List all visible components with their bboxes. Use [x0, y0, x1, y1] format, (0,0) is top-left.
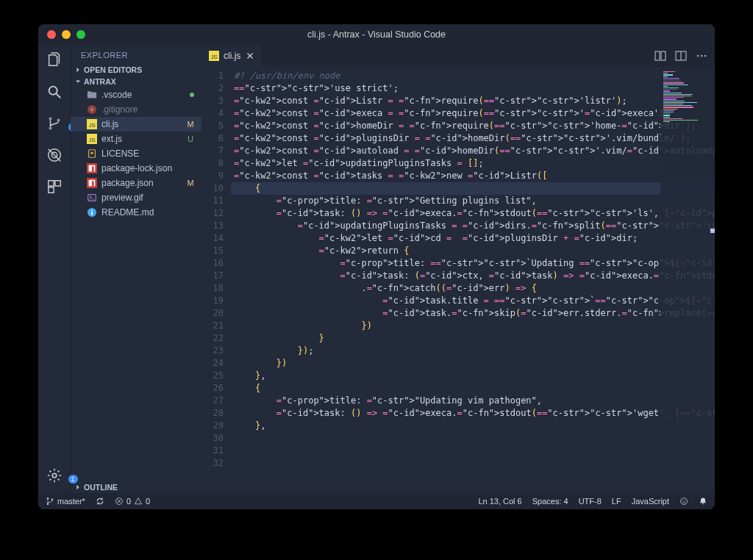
activity-settings[interactable]: 1: [46, 467, 63, 486]
file-label: .gitignore: [101, 104, 181, 115]
status-sync[interactable]: [96, 497, 104, 506]
section-label: OPEN EDITORS: [84, 65, 142, 74]
svg-rect-26: [92, 181, 94, 186]
file--gitignore[interactable]: .gitignore: [71, 102, 201, 117]
file-label: LICENSE: [101, 148, 181, 159]
file-status: M: [185, 179, 196, 187]
git-icon: [87, 104, 97, 115]
files-icon: [46, 52, 63, 68]
status-problems[interactable]: 0 0: [115, 497, 150, 506]
file-ext-js[interactable]: JSext.jsU: [71, 132, 201, 146]
sync-icon: [96, 497, 104, 506]
svg-point-4: [57, 118, 60, 121]
settings-badge: 1: [68, 475, 78, 484]
file-README-md[interactable]: README.md: [71, 205, 201, 220]
status-cursor[interactable]: Ln 13, Col 6: [478, 497, 521, 506]
file-cli-js[interactable]: JScli.jsM: [71, 117, 201, 132]
file-label: README.md: [101, 207, 181, 218]
activity-search[interactable]: [46, 84, 63, 102]
activity-debug[interactable]: [46, 147, 63, 165]
cert-icon: [87, 148, 97, 159]
file-label: preview.gif: [101, 193, 181, 203]
sidebar-title: EXPLORER: [71, 45, 201, 64]
section-label: OUTLINE: [84, 483, 118, 492]
tab-label: cli.js: [224, 51, 240, 61]
line-gutter: 1234567891011121314151617181920212223242…: [201, 67, 231, 493]
smiley-icon: [679, 497, 688, 506]
status-feedback[interactable]: [679, 497, 688, 506]
svg-rect-30: [91, 212, 93, 215]
error-icon: [115, 497, 124, 506]
search-icon: [46, 84, 63, 100]
folder-icon: [87, 90, 97, 100]
file-LICENSE[interactable]: LICENSE: [71, 146, 201, 161]
split-editor-icon[interactable]: [675, 50, 687, 62]
file-label: ext.js: [101, 134, 181, 144]
svg-rect-9: [54, 181, 60, 186]
svg-point-39: [701, 55, 703, 57]
svg-rect-34: [655, 51, 660, 60]
file-tree: .vscode.gitignoreJScli.jsMJSext.jsULICEN…: [71, 87, 201, 220]
svg-point-38: [697, 55, 699, 57]
editor[interactable]: 1234567891011121314151617181920212223242…: [201, 67, 715, 493]
tab-cli-js[interactable]: JS cli.js: [201, 45, 263, 67]
svg-rect-10: [48, 187, 53, 193]
activity-explorer[interactable]: [46, 52, 63, 71]
img-icon: [87, 193, 97, 203]
status-eol[interactable]: LF: [612, 497, 621, 506]
file-package-json[interactable]: package.jsonM: [71, 176, 201, 190]
section-label: ANTRAX: [84, 77, 116, 86]
window-min-dot[interactable]: [62, 30, 71, 39]
svg-rect-23: [92, 166, 94, 171]
section-project[interactable]: ANTRAX: [71, 76, 201, 87]
activity-scm[interactable]: 4: [46, 115, 63, 134]
window-close-dot[interactable]: [47, 30, 56, 39]
window-max-dot[interactable]: [76, 30, 85, 39]
status-lang[interactable]: JavaScript: [632, 497, 669, 506]
error-count: 0: [126, 497, 131, 506]
titlebar: cli.js - Antrax - Visual Studio Code: [38, 24, 715, 45]
warning-icon: [134, 497, 143, 506]
activity-extensions[interactable]: [46, 179, 63, 197]
svg-point-41: [47, 498, 49, 499]
status-spaces[interactable]: Spaces: 4: [532, 497, 568, 506]
svg-text:JS: JS: [89, 137, 96, 143]
svg-line-1: [56, 94, 60, 98]
svg-rect-8: [48, 181, 53, 186]
js-icon: JS: [87, 134, 97, 144]
window-title: cli.js - Antrax - Visual Studio Code: [38, 29, 715, 40]
status-bar: master* 0 0 Ln 13, Col 6 Spaces: 4 UTF-8…: [38, 493, 715, 509]
section-outline[interactable]: OUTLINE: [71, 481, 201, 493]
svg-point-46: [682, 500, 683, 500]
file-package-lock-json[interactable]: package-lock.json: [71, 161, 201, 176]
file-status: U: [185, 134, 196, 143]
js-icon: JS: [209, 51, 219, 61]
bell-icon: [699, 497, 707, 506]
code-content[interactable]: #! /usr/bin/env node=="c-str">"c-str">'u…: [231, 67, 715, 493]
section-open-editors[interactable]: OPEN EDITORS: [71, 64, 201, 76]
sidebar: EXPLORER OPEN EDITORS ANTRAX .vscode.git…: [71, 45, 201, 493]
compare-icon[interactable]: [654, 50, 666, 62]
file-status: M: [185, 120, 196, 129]
svg-point-11: [52, 473, 57, 478]
status-encoding[interactable]: UTF-8: [579, 497, 602, 506]
svg-point-2: [49, 118, 51, 121]
file-label: package.json: [101, 178, 181, 188]
close-icon[interactable]: [245, 51, 255, 61]
more-icon[interactable]: [696, 50, 707, 62]
activity-bar: 4 1: [38, 45, 71, 493]
editor-actions: [654, 45, 715, 67]
file--vscode[interactable]: .vscode: [71, 87, 201, 102]
status-branch[interactable]: master*: [46, 497, 85, 506]
bug-icon: [46, 147, 63, 163]
svg-text:JS: JS: [211, 54, 218, 60]
traffic-lights: [38, 30, 85, 39]
status-bell[interactable]: [699, 497, 707, 506]
file-label: cli.js: [101, 119, 181, 129]
svg-point-47: [685, 500, 685, 500]
file-preview-gif[interactable]: preview.gif: [71, 190, 201, 205]
warning-count: 0: [146, 497, 150, 506]
branch-icon: [46, 497, 54, 506]
svg-point-43: [51, 499, 53, 500]
file-label: .vscode: [101, 90, 181, 100]
